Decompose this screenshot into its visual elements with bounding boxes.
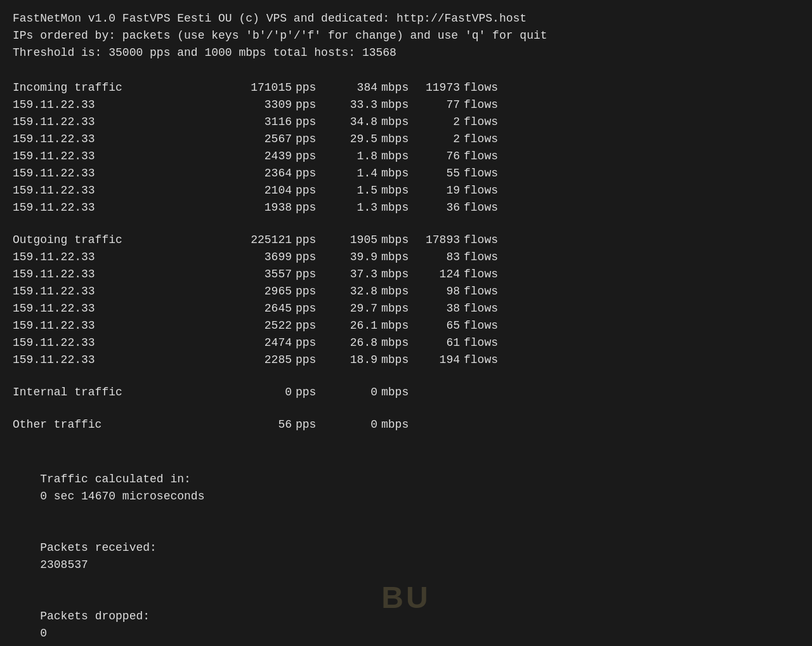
header-section: FastNetMon v1.0 FastVPS Eesti OU (c) VPS… [13,10,799,62]
incoming-row-pps-unit: pps [292,199,327,216]
footer-recv-value: 2308537 [40,558,88,571]
incoming-ip: 159.11.22.33 [13,182,228,199]
outgoing-row-pps-unit: pps [292,334,327,352]
incoming-row: 159.11.22.33 1938 pps 1.3 mbps 36 flows [13,199,799,216]
outgoing-row-flows-unit: flows [460,283,498,300]
outgoing-ip: 159.11.22.33 [13,352,228,369]
other-label: Other traffic [13,416,228,433]
outgoing-row: 159.11.22.33 3557 pps 37.3 mbps 124 flow… [13,266,799,283]
outgoing-row-flows-unit: flows [460,334,498,352]
outgoing-ip: 159.11.22.33 [13,300,228,317]
incoming-row-pps-unit: pps [292,96,327,114]
incoming-row-flows-unit: flows [460,131,498,148]
outgoing-row-mbps-val: 26.1 [327,317,377,334]
incoming-row-flows-val: 76 [416,148,460,165]
incoming-row-pps-val: 1938 [228,199,292,216]
incoming-row-flows-val: 2 [416,131,460,148]
outgoing-row-pps-unit: pps [292,352,327,369]
incoming-row: 159.11.22.33 2439 pps 1.8 mbps 76 flows [13,148,799,165]
incoming-row: 159.11.22.33 2364 pps 1.4 mbps 55 flows [13,165,799,182]
outgoing-header-row: Outgoing traffic 225121 pps 1905 mbps 17… [13,232,799,249]
other-row: Other traffic 56 pps 0 mbps [13,416,799,433]
outgoing-row: 159.11.22.33 3699 pps 39.9 mbps 83 flows [13,249,799,266]
footer-drop1-row: Packets dropped: 0 [13,591,799,646]
outgoing-row-pps-val: 2285 [228,352,292,369]
outgoing-row-pps-unit: pps [292,317,327,334]
incoming-row-flows-val: 2 [416,114,460,131]
internal-label: Internal traffic [13,384,228,401]
incoming-row-mbps-val: 29.5 [327,131,377,148]
incoming-row: 159.11.22.33 3116 pps 34.8 mbps 2 flows [13,114,799,131]
outgoing-row-mbps-val: 18.9 [327,352,377,369]
incoming-row-mbps-unit: mbps [377,96,416,114]
incoming-header-row: Incoming traffic 171015 pps 384 mbps 119… [13,79,799,96]
incoming-row-pps-val: 3309 [228,96,292,114]
incoming-row-mbps-val: 34.8 [327,114,377,131]
outgoing-row: 159.11.22.33 2285 pps 18.9 mbps 194 flow… [13,352,799,369]
footer-drop1-label: Packets dropped: [40,608,256,625]
outgoing-row-pps-unit: pps [292,300,327,317]
incoming-row-pps-val: 2567 [228,131,292,148]
incoming-row-pps-val: 2439 [228,148,292,165]
incoming-row-pps-unit: pps [292,114,327,131]
footer-recv-label: Packets received: [40,539,256,557]
incoming-pps-unit: pps [292,79,327,96]
incoming-row-flows-unit: flows [460,114,498,131]
incoming-row-mbps-unit: mbps [377,165,416,182]
outgoing-row-pps-val: 2474 [228,334,292,352]
incoming-row-mbps-unit: mbps [377,182,416,199]
incoming-row-pps-unit: pps [292,165,327,182]
other-pps-val: 56 [228,416,292,433]
outgoing-row-mbps-val: 39.9 [327,249,377,266]
outgoing-row-flows-unit: flows [460,352,498,369]
outgoing-row-flows-val: 65 [416,317,460,334]
outgoing-ip: 159.11.22.33 [13,283,228,300]
outgoing-row-pps-val: 3557 [228,266,292,283]
incoming-row-flows-val: 55 [416,165,460,182]
footer-drop1-value: 0 [40,627,47,640]
incoming-ip: 159.11.22.33 [13,96,228,114]
outgoing-row-mbps-unit: mbps [377,283,416,300]
outgoing-row-pps-val: 2645 [228,300,292,317]
incoming-row-mbps-unit: mbps [377,199,416,216]
outgoing-section: Outgoing traffic 225121 pps 1905 mbps 17… [13,232,799,369]
incoming-ip: 159.11.22.33 [13,148,228,165]
outgoing-row: 159.11.22.33 2474 pps 26.8 mbps 61 flows [13,334,799,352]
other-mbps-unit: mbps [377,416,416,433]
incoming-ip: 159.11.22.33 [13,114,228,131]
outgoing-row-flows-val: 38 [416,300,460,317]
outgoing-row-flows-val: 83 [416,249,460,266]
outgoing-row-flows-val: 124 [416,266,460,283]
outgoing-row-flows-unit: flows [460,266,498,283]
outgoing-row: 159.11.22.33 2965 pps 32.8 mbps 98 flows [13,283,799,300]
header-line2: IPs ordered by: packets (use keys 'b'/'p… [13,27,799,44]
outgoing-row-pps-unit: pps [292,249,327,266]
outgoing-row-flows-val: 98 [416,283,460,300]
outgoing-ip: 159.11.22.33 [13,249,228,266]
outgoing-pps-unit: pps [292,232,327,249]
incoming-row-pps-val: 2364 [228,165,292,182]
outgoing-mbps-unit: mbps [377,232,416,249]
incoming-row: 159.11.22.33 2567 pps 29.5 mbps 2 flows [13,131,799,148]
outgoing-row-pps-val: 2965 [228,283,292,300]
incoming-row-pps-unit: pps [292,148,327,165]
incoming-flows-val: 11973 [416,79,460,96]
incoming-ip: 159.11.22.33 [13,165,228,182]
internal-pps-val: 0 [228,384,292,401]
internal-pps-unit: pps [292,384,327,401]
outgoing-row-mbps-unit: mbps [377,249,416,266]
outgoing-row-flows-unit: flows [460,300,498,317]
outgoing-ip: 159.11.22.33 [13,317,228,334]
outgoing-flows-unit: flows [460,232,498,249]
outgoing-row-pps-unit: pps [292,283,327,300]
incoming-row-flows-val: 77 [416,96,460,114]
header-line3: Threshold is: 35000 pps and 1000 mbps to… [13,44,799,62]
incoming-row-flows-unit: flows [460,182,498,199]
incoming-row-mbps-val: 1.5 [327,182,377,199]
footer-section: Traffic calculated in: 0 sec 14670 micro… [13,454,799,646]
footer-recv-row: Packets received: 2308537 [13,522,799,591]
incoming-row-flows-unit: flows [460,165,498,182]
incoming-row-flows-unit: flows [460,148,498,165]
incoming-mbps-unit: mbps [377,79,416,96]
incoming-row-flows-unit: flows [460,199,498,216]
